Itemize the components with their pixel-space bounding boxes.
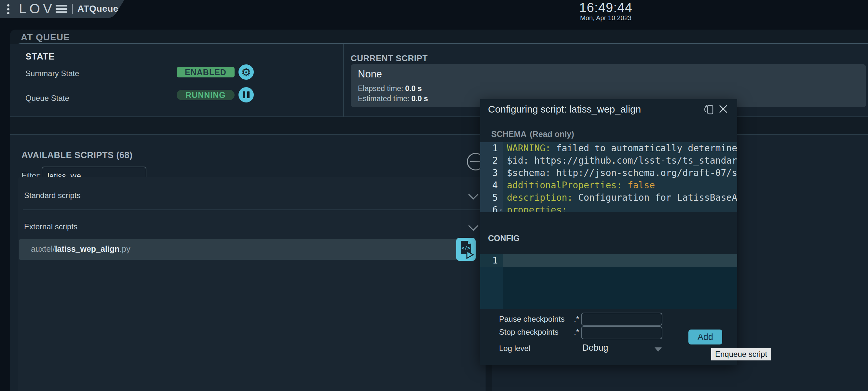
schema-line-code: properties: — [503, 204, 737, 212]
state-heading: STATE — [25, 52, 55, 62]
close-icon[interactable] — [718, 103, 729, 115]
resize-rotate-icon[interactable] — [703, 103, 715, 116]
kebab-menu-icon[interactable] — [7, 4, 10, 16]
schema-code-line: 2$id: https://github.com/lsst-ts/ts_stan… — [480, 155, 737, 167]
top-header-bar: LOV ATQueue 16:49:44 Mon, Apr 10 2023 — [0, 0, 868, 18]
elapsed-time-value: 0.0 s — [405, 84, 422, 93]
summary-state-badge: ENABLED — [177, 67, 235, 77]
atqueue-view: LOV ATQueue 16:49:44 Mon, Apr 10 2023 AT… — [0, 0, 868, 391]
estimated-time-row: Estimated time:0.0 s — [358, 94, 428, 103]
logo-e-icon — [56, 3, 67, 14]
estimated-time-label: Estimated time: — [358, 94, 410, 103]
config-active-line — [480, 254, 737, 267]
chevron-down-icon — [468, 189, 478, 199]
log-level-value: Debug — [582, 343, 609, 353]
current-script-heading: CURRENT SCRIPT — [351, 53, 428, 63]
panel-vertical-divider — [343, 44, 344, 117]
schema-line-code: $schema: http://json-schema.org/draft-07… — [503, 167, 737, 179]
group-divider — [23, 209, 480, 210]
config-line-number: 1 — [480, 254, 503, 267]
schema-code-line: 3$schema: http://json-schema.org/draft-0… — [480, 167, 737, 179]
enqueue-script-tooltip: Enqueue script — [711, 348, 771, 360]
gear-icon: ⚙ — [241, 67, 251, 78]
dropdown-caret-icon — [655, 348, 662, 352]
summary-state-gear-button[interactable]: ⚙ — [239, 64, 254, 80]
schema-line-code: WARNING: failed to automatically determi… — [503, 142, 737, 155]
estimated-time-value: 0.0 s — [411, 94, 428, 103]
schema-code-line: 5description: Configuration for LatissBa… — [480, 192, 737, 204]
stop-checkpoints-label: Stop checkpoints — [499, 328, 559, 337]
queue-panel-divider — [737, 117, 868, 117]
configure-script-button[interactable]: </> — [456, 238, 476, 261]
script-list-item[interactable]: auxtel/latiss_wep_align.py </> — [19, 239, 476, 260]
schema-readonly-text: (Read only) — [530, 129, 574, 138]
pause-checkpoints-label: Pause checkpoints — [499, 315, 564, 324]
queue-state-label: Queue State — [25, 94, 69, 103]
schema-line-number: 3 — [480, 167, 503, 179]
logo-text: LOV — [19, 1, 55, 17]
elapsed-time-label: Elapsed time: — [358, 84, 403, 93]
logo-separator — [72, 4, 73, 14]
schema-line-code: description: Configuration for LatissBas… — [503, 192, 737, 204]
schema-code-line: 4additionalProperties: false — [480, 179, 737, 192]
schema-line-code: additionalProperties: false — [503, 179, 737, 192]
schema-line-code: $id: https://github.com/lsst-ts/ts_stand… — [503, 155, 737, 167]
available-scripts-heading: AVAILABLE SCRIPTS (68) — [22, 150, 133, 160]
script-launch-icon: </> — [456, 238, 476, 261]
add-button[interactable]: Add — [688, 329, 722, 345]
config-code-editor[interactable]: 1 — [480, 254, 737, 309]
standard-scripts-label: Standard scripts — [24, 191, 80, 200]
queue-state-badge: RUNNING — [177, 90, 235, 100]
clock-time: 16:49:44 — [573, 1, 638, 14]
pause-icon — [243, 91, 250, 98]
schema-code-editor: 1WARNING: failed to automatically determ… — [480, 142, 737, 212]
stop-checkpoints-pattern: .* — [574, 328, 579, 337]
config-heading: CONFIG — [488, 234, 520, 243]
script-base-name: latiss_wep_align — [55, 244, 120, 253]
script-path-prefix: auxtel/ — [31, 244, 55, 253]
external-scripts-label: External scripts — [24, 222, 78, 231]
elapsed-time-row: Elapsed time:0.0 s — [358, 84, 422, 93]
stop-checkpoints-input[interactable] — [581, 326, 662, 339]
schema-line-number: 2 — [480, 155, 503, 167]
schema-line-number: 5 — [480, 192, 503, 204]
schema-line-number: 4 — [480, 179, 503, 192]
standard-scripts-group[interactable]: Standard scripts — [18, 185, 485, 208]
modal-title: Configuring script: latiss_wep_align — [488, 104, 641, 115]
love-logo: LOV ATQueue — [19, 2, 118, 15]
scripts-list-container: Standard scripts External scripts auxtel… — [18, 176, 485, 391]
current-script-name: None — [358, 68, 382, 80]
schema-line-number: 1 — [480, 142, 503, 155]
summary-state-label: Summary State — [25, 69, 79, 78]
chevron-down-icon — [468, 221, 478, 231]
clock-date: Mon, Apr 10 2023 — [573, 14, 638, 22]
queue-pause-button[interactable] — [239, 87, 254, 102]
script-extension: .py — [119, 244, 130, 253]
panel-title: AT QUEUE — [21, 32, 70, 43]
script-name: auxtel/latiss_wep_align.py — [31, 244, 130, 254]
schema-heading-text: SCHEMA — [491, 129, 526, 138]
log-level-select[interactable]: Debug — [582, 343, 664, 355]
view-title: ATQueue — [78, 4, 118, 14]
external-scripts-group[interactable]: External scripts — [18, 216, 485, 239]
pause-checkpoints-pattern: .* — [574, 315, 579, 324]
svg-text:</>: </> — [461, 245, 470, 251]
schema-code-line: 6▾properties: — [480, 204, 737, 212]
configure-script-modal: Configuring script: latiss_wep_align SCH… — [480, 99, 737, 365]
schema-code-line: 1WARNING: failed to automatically determ… — [480, 142, 737, 155]
schema-line-number: 6▾ — [480, 204, 503, 212]
log-level-label: Log level — [499, 344, 530, 353]
pause-checkpoints-input[interactable] — [581, 313, 662, 326]
schema-heading: SCHEMA(Read only) — [488, 129, 574, 139]
clock: 16:49:44 Mon, Apr 10 2023 — [573, 1, 638, 22]
